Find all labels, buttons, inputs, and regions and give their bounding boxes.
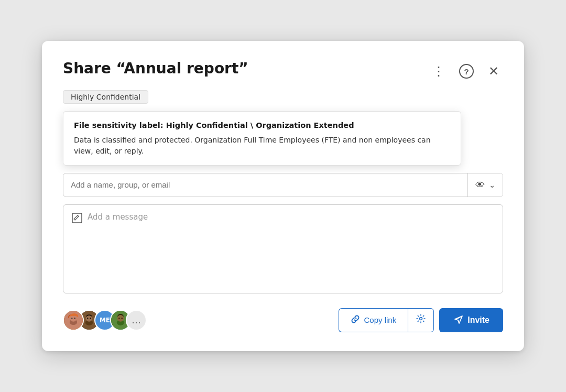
svg-point-3 <box>70 315 77 322</box>
svg-point-4 <box>71 318 72 319</box>
eye-icon: 👁 <box>475 179 485 190</box>
sensitivity-tooltip: File sensitivity label: Highly Confident… <box>63 111 461 166</box>
link-icon <box>351 314 360 325</box>
avatar-more-label: … <box>132 314 141 325</box>
svg-point-9 <box>87 318 88 319</box>
people-input[interactable] <box>63 175 467 194</box>
avatar-1[interactable] <box>63 310 84 331</box>
footer-row: ME … <box>63 308 503 332</box>
people-picker-row: 👁 ⌄ <box>63 173 503 197</box>
svg-point-5 <box>74 318 75 319</box>
help-icon: ? <box>459 64 474 79</box>
invite-button[interactable]: Invite <box>439 308 503 332</box>
chevron-down-icon: ⌄ <box>489 181 495 189</box>
avatar-me-label: ME <box>100 317 110 324</box>
tooltip-title: File sensitivity label: Highly Confident… <box>74 120 450 132</box>
svg-point-10 <box>90 318 91 319</box>
svg-point-15 <box>122 318 123 319</box>
svg-point-14 <box>118 318 119 319</box>
action-buttons: Copy link Invite <box>339 308 504 332</box>
svg-point-13 <box>117 315 124 322</box>
edit-icon <box>72 213 82 225</box>
more-options-button[interactable]: ⋮ <box>430 62 449 81</box>
share-dialog: Share “Annual report” ⋮ ? ✕ Highly Confi… <box>42 41 524 351</box>
link-settings-button[interactable] <box>408 308 434 332</box>
copy-link-label: Copy link <box>364 315 397 324</box>
close-icon: ✕ <box>488 64 499 79</box>
invite-label: Invite <box>467 315 489 325</box>
sensitivity-badge[interactable]: Highly Confidential <box>63 90 148 104</box>
dialog-header: Share “Annual report” ⋮ ? ✕ <box>63 60 503 81</box>
message-area[interactable]: Add a message <box>63 204 503 293</box>
header-icons: ⋮ ? ✕ <box>430 62 503 81</box>
dialog-title: Share “Annual report” <box>63 60 248 78</box>
dots-icon: ⋮ <box>432 65 446 78</box>
permission-selector[interactable]: 👁 ⌄ <box>467 173 503 197</box>
close-button[interactable]: ✕ <box>484 62 503 81</box>
gear-icon <box>416 313 426 326</box>
shared-avatars: ME … <box>63 310 147 331</box>
tooltip-body: Data is classified and protected. Organi… <box>74 135 450 157</box>
send-icon <box>453 314 463 326</box>
copy-link-button[interactable]: Copy link <box>339 308 408 332</box>
message-placeholder: Add a message <box>88 212 148 222</box>
svg-point-16 <box>420 318 422 320</box>
help-button[interactable]: ? <box>457 62 476 81</box>
avatar-more[interactable]: … <box>126 310 147 331</box>
